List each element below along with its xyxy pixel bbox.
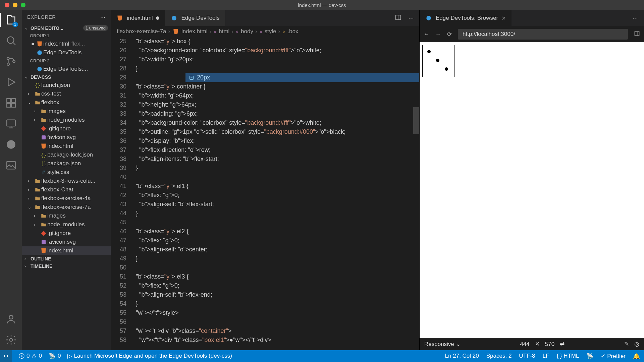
project-header[interactable]: ⌄ DEV-CSS <box>22 73 111 81</box>
url-bar[interactable]: http://localhost:3000/ <box>458 29 628 40</box>
prettier-button[interactable]: ✓ Prettier <box>601 353 626 360</box>
file-item[interactable]: { }package.json <box>22 159 111 168</box>
folder-item[interactable]: ›images <box>22 107 111 116</box>
sidebar: EXPLORER ⋯ ⌄ OPEN EDITO... 1 unsaved GRO… <box>22 10 111 350</box>
indent-button[interactable]: Spaces: 2 <box>486 353 512 359</box>
code-editor[interactable]: 2526272829303132333435363738394041424344… <box>111 37 419 350</box>
run-debug-icon[interactable] <box>5 76 17 88</box>
split-editor-icon[interactable] <box>395 14 401 22</box>
open-editor-item[interactable]: ● index.html flex... <box>22 40 111 48</box>
folder-item[interactable]: ›css-test <box>22 89 111 98</box>
account-icon[interactable] <box>5 313 17 325</box>
target-icon[interactable]: ◎ <box>634 341 639 348</box>
bell-icon[interactable]: 🔔 <box>633 353 640 360</box>
code-lines[interactable]: 20px "b">class="y">.box { "b">background… <box>136 37 419 350</box>
folder-item[interactable]: ⌄flexbox-exercise-7a <box>22 203 111 212</box>
tab-browser[interactable]: Edge DevTools: Browser ✕ <box>420 10 512 26</box>
file-item[interactable]: { }package-lock.json <box>22 150 111 159</box>
svg-point-9 <box>7 140 15 149</box>
close-icon[interactable]: ✕ <box>535 341 540 348</box>
folder-item[interactable]: ›flexbox-3-rows-colu... <box>22 177 111 185</box>
source-control-icon[interactable] <box>5 56 17 67</box>
svg-point-20 <box>426 16 431 20</box>
file-item[interactable]: favicon.svg <box>22 133 111 142</box>
remote-button[interactable] <box>0 350 12 362</box>
autocomplete-popup[interactable]: 20px <box>185 73 419 82</box>
open-editors-header[interactable]: ⌄ OPEN EDITO... 1 unsaved <box>22 24 111 32</box>
search-icon[interactable] <box>5 35 17 46</box>
close-icon[interactable] <box>5 3 9 7</box>
file-item[interactable]: index.html <box>22 246 111 255</box>
rotate-icon[interactable]: ⇄ <box>560 341 565 348</box>
open-editor-item[interactable]: Edge DevTools <box>22 48 111 57</box>
reload-icon[interactable]: ⟳ <box>447 31 452 38</box>
viewport-width[interactable]: 444 <box>520 341 529 348</box>
timeline-header[interactable]: ›TIMELINE <box>22 262 111 270</box>
browser-preview[interactable] <box>420 42 644 338</box>
browser-panel: Edge DevTools: Browser ✕ ⋯ ← → ⟳ http://… <box>419 10 644 350</box>
more-actions-icon[interactable]: ⋯ <box>632 15 638 22</box>
dock-icon[interactable] <box>634 31 640 38</box>
json-icon: { } <box>34 82 41 88</box>
forward-icon[interactable]: → <box>435 31 441 38</box>
svg-point-1 <box>7 57 9 60</box>
editor: index.html Edge DevTools ⋯ flexbox-exerc… <box>111 10 419 350</box>
responsive-dropdown[interactable]: Responsive ⌄ <box>424 341 461 348</box>
ports-button[interactable]: 📡 0 <box>49 353 61 360</box>
eol-button[interactable]: LF <box>543 353 549 359</box>
open-editor-item[interactable]: Edge DevTools:... <box>22 65 111 73</box>
outline-header[interactable]: ›OUTLINE <box>22 255 111 262</box>
line-gutter: 2526272829303132333435363738394041424344… <box>111 37 136 350</box>
file-item[interactable]: #style.css <box>22 168 111 177</box>
remote-explorer-icon[interactable] <box>5 118 17 129</box>
scrollbar[interactable] <box>413 107 419 134</box>
viewport-height[interactable]: 570 <box>545 341 554 348</box>
breadcrumb[interactable]: flexbox-exercise-7a› index.html› ⬨html› … <box>111 26 419 37</box>
folder-item[interactable]: ›flexbox-Chat <box>22 185 111 194</box>
encoding-button[interactable]: UTF-8 <box>519 353 535 359</box>
cursor-position[interactable]: Ln 27, Col 20 <box>445 353 479 359</box>
file-item[interactable]: index.html <box>22 142 111 150</box>
tab-edge-devtools[interactable]: Edge DevTools <box>165 10 225 26</box>
status-bar: ⓧ 0 ⚠ 0 📡 0 ▷ Launch Microsoft Edge and … <box>0 350 644 362</box>
minimize-icon[interactable] <box>13 3 17 7</box>
unsaved-badge: 1 unsaved <box>83 25 108 31</box>
edge-icon <box>36 66 43 72</box>
maximize-icon[interactable] <box>21 3 25 7</box>
file-item[interactable]: { }launch.json <box>22 81 111 89</box>
errors-button[interactable]: ⓧ 0 ⚠ 0 <box>19 352 42 360</box>
sidebar-more-icon[interactable]: ⋯ <box>100 14 106 20</box>
fold-icon <box>34 91 41 97</box>
edge-icon <box>170 15 178 21</box>
language-button[interactable]: { } HTML <box>556 353 579 359</box>
folder-item[interactable]: ›node_modules <box>22 116 111 124</box>
folder-item[interactable]: ⌄flexbox <box>22 98 111 107</box>
gear-icon[interactable] <box>5 334 17 346</box>
html-file-icon <box>36 41 43 47</box>
image-icon[interactable] <box>5 160 17 171</box>
folder-item[interactable]: ›images <box>22 212 111 220</box>
file-item[interactable]: .gitignore <box>22 229 111 238</box>
launch-button[interactable]: ▷ Launch Microsoft Edge and open the Edg… <box>67 353 232 360</box>
back-icon[interactable]: ← <box>424 31 429 38</box>
tab-index-html[interactable]: index.html <box>111 10 165 26</box>
file-item[interactable]: favicon.svg <box>22 238 111 246</box>
live-icon[interactable]: 📡 <box>586 353 593 360</box>
svg-point-12 <box>9 339 12 342</box>
svg-rect-10 <box>7 162 15 169</box>
file-item[interactable]: .gitignore <box>22 124 111 133</box>
edge-tools-icon[interactable] <box>5 139 17 150</box>
svg-rect-6 <box>7 103 10 107</box>
explorer-icon[interactable]: 1 <box>5 14 17 25</box>
dirty-indicator-icon <box>156 16 159 20</box>
svg-rect-15 <box>42 135 46 139</box>
svg-rect-5 <box>11 99 15 102</box>
folder-item[interactable]: ›flexbox-exercise-4a <box>22 194 111 203</box>
extensions-icon[interactable] <box>5 97 17 109</box>
fold-icon <box>34 204 41 210</box>
folder-item[interactable]: ›node_modules <box>22 220 111 229</box>
close-icon[interactable]: ✕ <box>501 15 506 21</box>
more-actions-icon[interactable]: ⋯ <box>408 15 414 22</box>
edit-icon[interactable]: ✎ <box>624 341 629 348</box>
group-1-label: GROUP 1 <box>22 32 111 40</box>
